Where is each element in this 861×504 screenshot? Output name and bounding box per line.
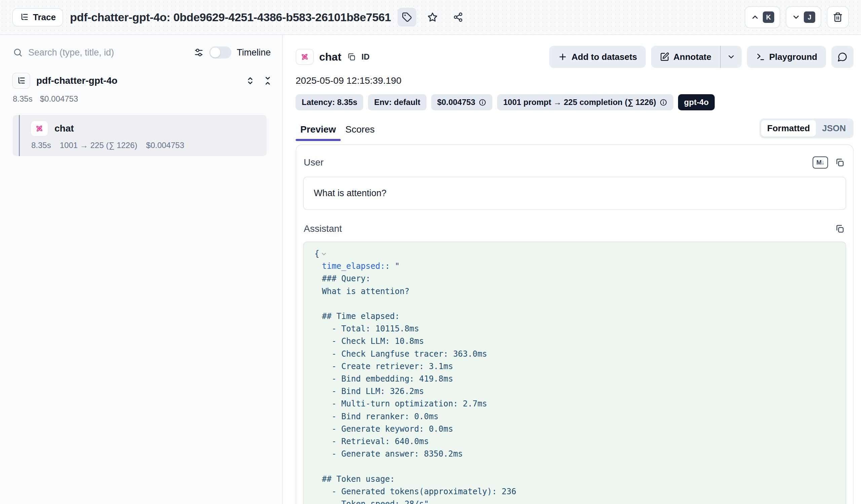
- markdown-toggle-icon[interactable]: M↓: [812, 156, 828, 168]
- code-line: ## Token usage:: [322, 473, 835, 486]
- observation-header: chat ID Add to datasets: [296, 45, 853, 69]
- code-line: What is attention?: [322, 285, 835, 298]
- generation-icon: [296, 49, 314, 65]
- cost-value: $0.004753: [437, 98, 475, 107]
- latency-value: Latency: 8.35s: [302, 98, 357, 107]
- trace-root-metrics: 8.35s $0.004753: [13, 94, 275, 104]
- id-label[interactable]: ID: [361, 52, 370, 62]
- code-line: - Check LLM: 10.8ms: [322, 335, 835, 348]
- trace-tree-panel: Timeline pdf-chatter-gpt-4o 8.35s: [0, 35, 283, 504]
- timeline-label: Timeline: [237, 47, 271, 58]
- info-icon[interactable]: [659, 99, 667, 106]
- trace-duration: 8.35s: [13, 94, 32, 104]
- share-icon: [453, 12, 463, 22]
- tree-search-row: Timeline: [10, 45, 275, 60]
- view-settings-icon[interactable]: [194, 47, 204, 57]
- tab-preview[interactable]: Preview: [296, 124, 341, 141]
- metrics-badges-row: Latency: 8.35s Env: default $0.004753 10…: [296, 94, 853, 110]
- trace-detail-page: Trace pdf-chatter-gpt-4o: 0bde9629-4251-…: [0, 0, 861, 504]
- annotate-button[interactable]: Annotate: [651, 46, 720, 68]
- delete-trace-button[interactable]: [827, 6, 849, 28]
- user-section-icons: M↓: [812, 156, 845, 168]
- model-badge[interactable]: gpt-4o: [678, 94, 715, 110]
- observation-actions: Add to datasets Annotate: [549, 46, 853, 68]
- preview-content: User M↓ What is attention? Assistant: [296, 144, 853, 504]
- previous-trace-button[interactable]: K: [744, 6, 780, 28]
- code-line: ## Time elapsed:: [322, 310, 835, 323]
- annotate-label: Annotate: [673, 52, 711, 62]
- annotate-pen-icon: [660, 52, 669, 62]
- star-icon: [427, 12, 438, 23]
- latency-badge: Latency: 8.35s: [296, 94, 363, 110]
- timeline-toggle[interactable]: [209, 46, 231, 58]
- bookmark-star-button[interactable]: [423, 8, 442, 27]
- token-usage-badge: 1001 prompt → 225 completion (∑ 1226): [497, 94, 673, 110]
- add-to-datasets-label: Add to datasets: [571, 52, 637, 62]
- collapse-all-icon[interactable]: [263, 76, 273, 86]
- comment-bubble-icon: [837, 52, 848, 62]
- code-line: ### Query:: [322, 273, 835, 285]
- tree-item-chat-main: chat: [13, 121, 267, 137]
- plus-icon: [558, 52, 568, 62]
- search-icon: [13, 47, 23, 57]
- code-line: - Total: 10115.8ms: [322, 323, 835, 335]
- code-line: time_elapsed:: ": [322, 260, 835, 273]
- trash-icon: [833, 12, 843, 22]
- assistant-section-label: Assistant: [304, 223, 342, 234]
- add-to-datasets-button[interactable]: Add to datasets: [549, 46, 646, 68]
- generation-icon: [30, 121, 49, 137]
- code-line: - Check Langfuse tracer: 363.0ms: [322, 348, 835, 360]
- code-line: - Bind reranker: 0.0ms: [322, 410, 835, 423]
- format-json-option[interactable]: JSON: [816, 120, 852, 137]
- json-value-start: : ": [385, 261, 399, 271]
- next-trace-button[interactable]: J: [786, 6, 821, 28]
- json-body: time_elapsed:: " ### Query: What is atte…: [322, 260, 835, 504]
- code-line: {: [314, 248, 835, 260]
- copy-user-content-icon[interactable]: [835, 158, 845, 167]
- topbar-actions: K J: [744, 6, 849, 28]
- cost-badge: $0.004753: [431, 94, 492, 110]
- copy-id-icon[interactable]: [347, 52, 356, 62]
- observation-metrics: 8.35s 1001 → 225 (∑ 1226) $0.004753: [31, 141, 267, 150]
- comments-button[interactable]: [831, 46, 853, 68]
- annotate-dropdown-chevron[interactable]: [721, 46, 742, 68]
- observation-title: chat: [319, 51, 341, 63]
- search-input[interactable]: [28, 47, 188, 58]
- top-bar: Trace pdf-chatter-gpt-4o: 0bde9629-4251-…: [0, 0, 861, 35]
- open-brace: {: [314, 249, 319, 258]
- code-line: - Generate answer: 8350.2ms: [322, 448, 835, 460]
- token-usage-value: 1001 prompt → 225 completion (∑ 1226): [503, 98, 656, 107]
- tabs-row: Preview Scores Formatted JSON: [296, 119, 853, 141]
- expand-all-icon[interactable]: [245, 76, 255, 86]
- chevron-down-icon: [792, 13, 801, 22]
- observation-cost: $0.004753: [146, 141, 184, 150]
- observation-detail-panel: chat ID Add to datasets: [283, 35, 861, 504]
- code-line: - Bind embedding: 419.8ms: [322, 373, 835, 385]
- user-section-label: User: [304, 157, 324, 168]
- tags-button[interactable]: [398, 8, 416, 27]
- info-icon[interactable]: [479, 99, 486, 106]
- tree-actions: [245, 76, 273, 86]
- observation-timestamp: 2025-05-09 12:15:39.190: [296, 76, 853, 86]
- tree-guide-line: [19, 115, 20, 156]
- page-title: pdf-chatter-gpt-4o: 0bde9629-4251-4386-b…: [70, 11, 391, 24]
- share-button[interactable]: [449, 8, 467, 27]
- code-line: - Generated tokens(approximately): 236: [322, 486, 835, 498]
- copy-assistant-content-icon[interactable]: [835, 224, 845, 234]
- tag-icon: [402, 12, 412, 22]
- code-line: - Token speed: 28/s": [322, 498, 835, 504]
- collapse-chevron-icon[interactable]: [320, 251, 327, 257]
- playground-button[interactable]: Playground: [747, 46, 826, 68]
- format-formatted-option[interactable]: Formatted: [761, 120, 816, 137]
- tree-root-row[interactable]: pdf-chatter-gpt-4o: [12, 73, 273, 89]
- assistant-section-header: Assistant: [304, 223, 845, 234]
- trace-type-badge: Trace: [12, 8, 63, 27]
- tree-item-chat[interactable]: chat 8.35s 1001 → 225 (∑ 1226) $0.004753: [13, 115, 267, 156]
- code-line: - Retrieval: 640.0ms: [322, 435, 835, 448]
- tab-scores[interactable]: Scores: [341, 124, 379, 141]
- code-line: [322, 298, 835, 310]
- trace-root-name: pdf-chatter-gpt-4o: [36, 76, 118, 86]
- env-value: Env: default: [374, 98, 420, 107]
- playground-label: Playground: [769, 52, 817, 62]
- model-name: gpt-4o: [684, 98, 709, 107]
